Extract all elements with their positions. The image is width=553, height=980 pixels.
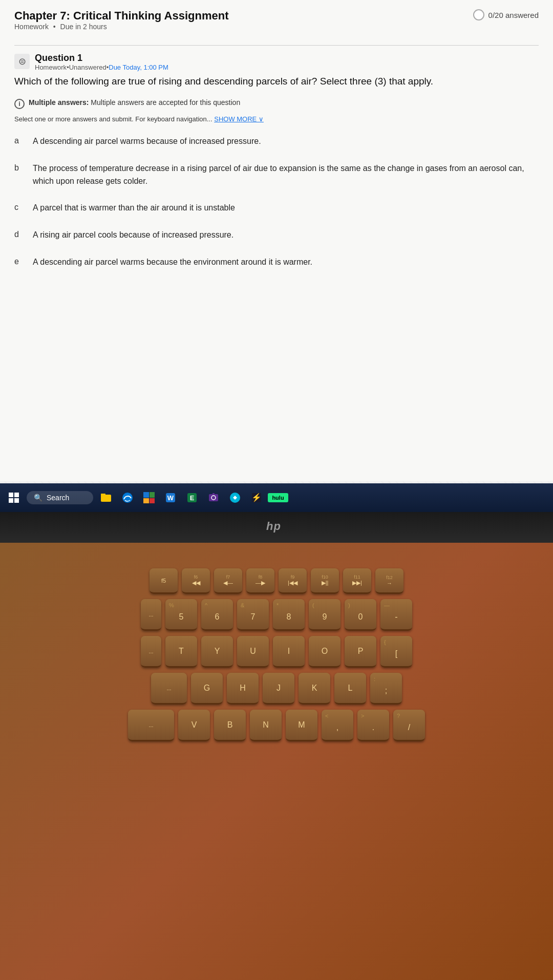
option-e-letter: e bbox=[14, 256, 24, 266]
question-icon: ⊜ bbox=[14, 54, 30, 69]
key-partial-shift[interactable]: ... bbox=[128, 710, 174, 741]
bottom-row: ... V B N M < , > . ? / bbox=[5, 710, 548, 741]
keyboard-nav-text: Select one or more answers and submit. F… bbox=[14, 114, 539, 124]
key-m[interactable]: M bbox=[286, 710, 317, 741]
search-label: Search bbox=[47, 494, 69, 502]
svg-text:⚡: ⚡ bbox=[251, 493, 262, 502]
key-f11[interactable]: f11 ▶▶| bbox=[343, 568, 371, 594]
key-l[interactable]: L bbox=[334, 673, 366, 705]
key-slash[interactable]: ? / bbox=[393, 710, 425, 741]
q-type: Homework bbox=[35, 63, 67, 71]
keyboard-area: f5 f6 ◀◀ f7 ◀— f8 —▶ f9 |◀◀ f10 ▶|| bbox=[0, 543, 553, 980]
content-area: Chapter 7: Critical Thinking Assignment … bbox=[0, 0, 553, 481]
q-due: Due Today, 1:00 PM bbox=[109, 63, 168, 71]
laptop-bottom-bezel: hp bbox=[0, 512, 553, 543]
key-v[interactable]: V bbox=[178, 710, 210, 741]
fn-key-row: f5 f6 ◀◀ f7 ◀— f8 —▶ f9 |◀◀ f10 ▶|| bbox=[5, 568, 548, 594]
key-k[interactable]: K bbox=[299, 673, 330, 705]
option-b[interactable]: b The process of temperature decrease in… bbox=[14, 161, 539, 189]
svg-text:E: E bbox=[190, 494, 195, 502]
key-6[interactable]: ^ 6 bbox=[201, 599, 233, 631]
key-f7[interactable]: f7 ◀— bbox=[214, 568, 242, 594]
key-8[interactable]: * 8 bbox=[273, 599, 305, 631]
key-y[interactable]: Y bbox=[201, 636, 233, 668]
key-g[interactable]: G bbox=[191, 673, 223, 705]
hulu-icon[interactable]: hulu bbox=[268, 488, 288, 507]
key-j[interactable]: J bbox=[263, 673, 294, 705]
option-c-letter: c bbox=[14, 202, 24, 212]
progress-circle bbox=[473, 9, 484, 20]
due-label: Due in 2 hours bbox=[60, 23, 107, 31]
key-h[interactable]: H bbox=[227, 673, 259, 705]
key-5[interactable]: % 5 bbox=[165, 599, 197, 631]
key-f5[interactable]: f5 bbox=[150, 568, 178, 594]
colorful-app-icon[interactable] bbox=[139, 488, 159, 507]
option-d-text: A rising air parcel cools because of inc… bbox=[33, 229, 539, 242]
qwerty-row: ... T Y U I O P { [ bbox=[5, 636, 548, 668]
hp-logo: hp bbox=[264, 519, 289, 536]
option-c-text: A parcel that is warmer than the air aro… bbox=[33, 202, 539, 215]
key-i[interactable]: I bbox=[273, 636, 305, 668]
option-c[interactable]: c A parcel that is warmer than the air a… bbox=[14, 201, 539, 216]
key-o[interactable]: O bbox=[309, 636, 341, 668]
key-comma[interactable]: < , bbox=[322, 710, 353, 741]
svg-rect-9 bbox=[212, 493, 215, 495]
option-e-text: A descending air parcel warms because th… bbox=[33, 256, 539, 269]
key-partial-left[interactable]: ... bbox=[141, 599, 161, 631]
question-tags: Homework • Unanswered • Due Today, 1:00 … bbox=[35, 63, 168, 71]
app-icon-4[interactable] bbox=[225, 488, 245, 507]
taskbar-search[interactable]: 🔍 Search bbox=[27, 491, 93, 504]
info-text: Multiple answers: Multiple answers are a… bbox=[29, 98, 240, 106]
svg-rect-7 bbox=[209, 494, 218, 501]
question-meta: Question 1 Homework • Unanswered • Due T… bbox=[35, 53, 168, 71]
key-open-brace[interactable]: { [ bbox=[380, 636, 412, 668]
file-explorer-icon[interactable] bbox=[96, 488, 116, 507]
show-more-link[interactable]: SHOW MORE ∨ bbox=[214, 115, 264, 123]
taskbar: 🔍 Search bbox=[0, 483, 553, 512]
question-text: Which of the following are true of risin… bbox=[14, 74, 539, 89]
chapter-title-area: Chapter 7: Critical Thinking Assignment … bbox=[14, 9, 228, 40]
search-icon: 🔍 bbox=[34, 494, 42, 502]
key-t[interactable]: T bbox=[165, 636, 197, 668]
key-f10[interactable]: f10 ▶|| bbox=[311, 568, 339, 594]
key-n[interactable]: N bbox=[250, 710, 282, 741]
app-icon-2[interactable]: E bbox=[182, 488, 202, 507]
key-period[interactable]: > . bbox=[357, 710, 389, 741]
option-e[interactable]: e A descending air parcel warms because … bbox=[14, 255, 539, 270]
app-icon-3[interactable] bbox=[204, 488, 223, 507]
option-b-letter: b bbox=[14, 162, 24, 173]
key-partial-caps[interactable]: ... bbox=[151, 673, 187, 705]
homework-label: Homework bbox=[14, 23, 49, 31]
keyboard: f5 f6 ◀◀ f7 ◀— f8 —▶ f9 |◀◀ f10 ▶|| bbox=[0, 568, 553, 747]
key-f9[interactable]: f9 |◀◀ bbox=[279, 568, 307, 594]
answer-options: a A descending air parcel warms because … bbox=[14, 134, 539, 270]
key-minus[interactable]: — - bbox=[380, 599, 412, 631]
option-a[interactable]: a A descending air parcel warms because … bbox=[14, 134, 539, 149]
app-icon-1[interactable]: W bbox=[161, 488, 180, 507]
option-b-text: The process of temperature decrease in a… bbox=[33, 162, 539, 188]
key-colon[interactable]: : ; bbox=[370, 673, 402, 705]
key-u[interactable]: U bbox=[237, 636, 269, 668]
key-9[interactable]: ( 9 bbox=[309, 599, 341, 631]
laptop-screen: Chapter 7: Critical Thinking Assignment … bbox=[0, 0, 553, 512]
edge-browser-icon[interactable] bbox=[118, 488, 137, 507]
info-icon: i bbox=[14, 99, 25, 109]
key-p[interactable]: P bbox=[345, 636, 376, 668]
windows-start-button[interactable] bbox=[4, 488, 24, 507]
key-partial-r[interactable]: ... bbox=[141, 636, 161, 668]
option-a-text: A descending air parcel warms because of… bbox=[33, 135, 539, 148]
key-f12[interactable]: f12 → bbox=[375, 568, 403, 594]
q-status: Unanswered bbox=[69, 63, 107, 71]
number-row: ... % 5 ^ 6 & 7 * 8 ( 9 ) bbox=[5, 599, 548, 631]
key-7[interactable]: & 7 bbox=[237, 599, 269, 631]
option-d[interactable]: d A rising air parcel cools because of i… bbox=[14, 228, 539, 243]
key-b[interactable]: B bbox=[214, 710, 246, 741]
question-number: Question 1 bbox=[35, 53, 168, 63]
key-f8[interactable]: f8 —▶ bbox=[246, 568, 274, 594]
windows-icon bbox=[9, 493, 19, 503]
option-d-letter: d bbox=[14, 229, 24, 239]
app-icon-5[interactable]: ⚡ bbox=[247, 488, 266, 507]
key-0[interactable]: ) 0 bbox=[345, 599, 376, 631]
key-f6[interactable]: f6 ◀◀ bbox=[182, 568, 210, 594]
svg-text:W: W bbox=[167, 494, 174, 502]
